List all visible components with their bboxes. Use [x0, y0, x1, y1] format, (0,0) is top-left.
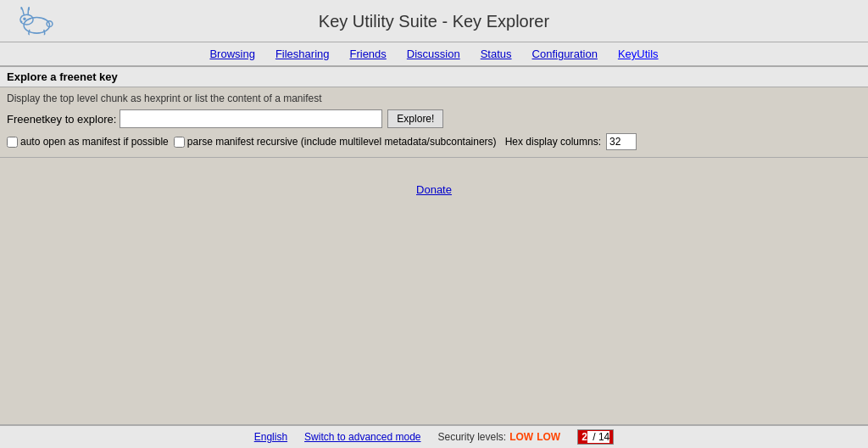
nav-discussion[interactable]: Discussion: [397, 46, 470, 62]
hex-cols-label: Hex display columns:: [505, 136, 601, 148]
nav-status[interactable]: Status: [470, 46, 522, 62]
auto-open-option: auto open as manifest if possible: [7, 136, 169, 148]
page-total: / 14: [587, 431, 609, 443]
content-area: Donate: [0, 158, 868, 424]
advanced-mode-link[interactable]: Switch to advanced mode: [304, 431, 420, 443]
hex-cols-input[interactable]: [606, 133, 637, 150]
page-title: Key Utility Suite - Key Explorer: [319, 12, 549, 31]
nav-browsing[interactable]: Browsing: [199, 46, 264, 62]
section-heading: Explore a freenet key: [7, 70, 118, 83]
parse-recursive-label: parse manifest recursive (include multil…: [187, 136, 497, 148]
description-text: Display the top level chunk as hexprint …: [7, 92, 861, 104]
security-level-1: LOW: [509, 431, 533, 443]
auto-open-checkbox[interactable]: [7, 137, 18, 148]
donate-link[interactable]: Donate: [416, 183, 452, 196]
nav-keyutils[interactable]: KeyUtils: [608, 46, 669, 62]
key-label: Freenetkey to explore:: [7, 113, 116, 126]
key-row: Freenetkey to explore: Explore!: [7, 109, 861, 128]
language-link[interactable]: English: [254, 431, 287, 443]
explore-button[interactable]: Explore!: [387, 109, 443, 128]
nav-configuration[interactable]: Configuration: [522, 46, 608, 62]
header: Key Utility Suite - Key Explorer: [0, 0, 868, 42]
nav-friends[interactable]: Friends: [339, 46, 396, 62]
security-label: Security levels:: [438, 431, 507, 443]
section-header: Explore a freenet key: [0, 67, 868, 87]
nav-filesharing[interactable]: Filesharing: [265, 46, 340, 62]
footer: English Switch to advanced mode Security…: [0, 424, 868, 448]
page-counter: 2 / 14: [577, 429, 614, 445]
security-level-2: LOW: [537, 431, 560, 443]
page-current: 2: [581, 431, 587, 443]
svg-point-3: [24, 18, 25, 20]
navbar: Browsing Filesharing Friends Discussion …: [0, 42, 868, 67]
freenetkey-input[interactable]: [120, 109, 382, 128]
options-row: auto open as manifest if possible parse …: [7, 133, 861, 150]
form-area: Display the top level chunk as hexprint …: [0, 87, 868, 158]
main-content: Explore a freenet key Display the top le…: [0, 67, 868, 424]
auto-open-label: auto open as manifest if possible: [20, 136, 169, 148]
parse-recursive-checkbox[interactable]: [174, 137, 185, 148]
parse-recursive-option: parse manifest recursive (include multil…: [174, 136, 497, 148]
svg-point-0: [24, 17, 49, 33]
logo: [8, 3, 68, 38]
security-levels: Security levels: LOW LOW: [438, 431, 561, 443]
